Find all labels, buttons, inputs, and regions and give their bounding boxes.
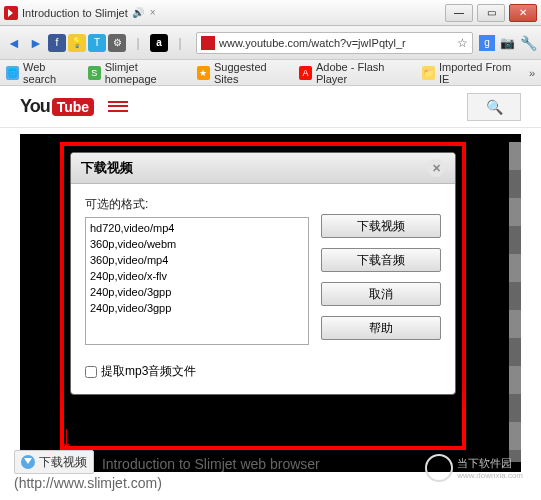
bookmark-star-icon[interactable]: ☆ [457,36,468,50]
youtube-header: You Tube 🔍 [0,86,541,128]
bookmark-label: Web search [23,61,78,85]
suggested-icon: ★ [197,66,210,80]
tab-title[interactable]: Introduction to Slimjet [22,7,128,19]
search-icon: 🔍 [486,99,503,115]
slimjet-icon: S [88,66,101,80]
watermark-logo-icon [425,454,453,482]
google-icon[interactable]: g [479,35,495,51]
watermark-sub: www.downxia.com [457,471,523,480]
formats-listbox[interactable]: hd720,video/mp4 360p,video/webm 360p,vid… [85,217,309,345]
folder-icon: 📁 [422,66,435,80]
download-video-button[interactable]: 下载视频 [321,214,441,238]
bookmark-label: Imported From IE [439,61,519,85]
url-text: www.youtube.com/watch?v=jwIPqtyl_r [219,37,453,49]
list-item[interactable]: 240p,video/3gpp [90,284,304,300]
bookmark-slimjet-homepage[interactable]: SSlimjet homepage [88,61,187,85]
bookmark-imported-from-ie[interactable]: 📁Imported From IE [422,61,519,85]
window-titlebar: Introduction to Slimjet 🔊 × — ▭ ✕ [0,0,541,26]
globe-icon: 🌐 [6,66,19,80]
address-bar[interactable]: www.youtube.com/watch?v=jwIPqtyl_r ☆ [196,32,473,54]
watermark-text: 当下软件园 [457,456,523,471]
dialog-titlebar: 下载视频 ✕ [71,153,455,184]
dialog-close-button[interactable]: ✕ [427,159,445,177]
window-close-button[interactable]: ✕ [509,4,537,22]
camera-icon[interactable]: 📷 [497,33,517,53]
video-title: Introduction to Slimjet web browser [102,456,320,472]
browser-toolbar: ◄ ► f 💡 T ⚙ | a | www.youtube.com/watch?… [0,26,541,60]
facebook-icon[interactable]: f [48,34,66,52]
video-source-url: (http://www.slimjet.com) [14,475,162,491]
list-item[interactable]: 360p,video/webm [90,236,304,252]
amazon-icon[interactable]: a [150,34,168,52]
youtube-logo[interactable]: You Tube [20,96,94,117]
help-button[interactable]: 帮助 [321,316,441,340]
list-item[interactable]: 360p,video/mp4 [90,252,304,268]
light-icon[interactable]: 💡 [68,34,86,52]
download-icon [21,455,35,469]
site-favicon [201,36,215,50]
thumbnail-sidebar [509,142,521,462]
nav-forward-button[interactable]: ► [26,33,46,53]
dialog-footer: 提取mp3音频文件 [71,357,455,394]
bookmark-suggested-sites[interactable]: ★Suggested Sites [197,61,289,85]
dialog-title: 下载视频 [81,159,133,177]
nav-back-button[interactable]: ◄ [4,33,24,53]
toolbar-divider: | [128,33,148,53]
download-video-chip[interactable]: 下载视频 [14,450,94,474]
bookmarks-overflow-icon[interactable]: » [529,67,535,79]
bookmark-web-search[interactable]: 🌐Web search [6,61,78,85]
youtube-favicon [4,6,18,20]
dialog-body: 可选的格式: hd720,video/mp4 360p,video/webm 3… [71,184,455,357]
tab-close-icon[interactable]: × [150,7,156,18]
extract-mp3-checkbox[interactable] [85,366,97,378]
download-video-dialog: 下载视频 ✕ 可选的格式: hd720,video/mp4 360p,video… [70,152,456,395]
wrench-menu-icon[interactable]: 🔧 [519,34,537,52]
watermark: 当下软件园 www.downxia.com [425,454,523,482]
chip-label: 下载视频 [39,453,87,471]
settings-icon[interactable]: ⚙ [108,34,126,52]
video-area: 下载视频 ✕ 可选的格式: hd720,video/mp4 360p,video… [0,128,541,478]
formats-label: 可选的格式: [85,196,309,213]
youtube-search-button[interactable]: 🔍 [467,93,521,121]
bookmark-label: Suggested Sites [214,61,289,85]
bookmark-label: Adobe - Flash Player [316,61,412,85]
toolbar-divider-2: | [170,33,190,53]
download-audio-button[interactable]: 下载音频 [321,248,441,272]
tab-audio-icon: 🔊 [132,7,144,18]
cancel-button[interactable]: 取消 [321,282,441,306]
list-item[interactable]: 240p,video/3gpp [90,300,304,316]
extract-mp3-label: 提取mp3音频文件 [101,363,196,380]
list-item[interactable]: hd720,video/mp4 [90,220,304,236]
red-arrow-annotation: ↓ [61,426,71,446]
bookmark-label: Slimjet homepage [105,61,187,85]
youtube-logo-you: You [20,96,50,117]
window-maximize-button[interactable]: ▭ [477,4,505,22]
window-minimize-button[interactable]: — [445,4,473,22]
menu-bars-icon[interactable] [108,97,128,117]
bookmarks-bar: 🌐Web search SSlimjet homepage ★Suggested… [0,60,541,86]
translate-icon[interactable]: T [88,34,106,52]
youtube-logo-tube: Tube [52,98,94,116]
adobe-icon: A [299,66,312,80]
bookmark-adobe-flash[interactable]: AAdobe - Flash Player [299,61,412,85]
list-item[interactable]: 240p,video/x-flv [90,268,304,284]
